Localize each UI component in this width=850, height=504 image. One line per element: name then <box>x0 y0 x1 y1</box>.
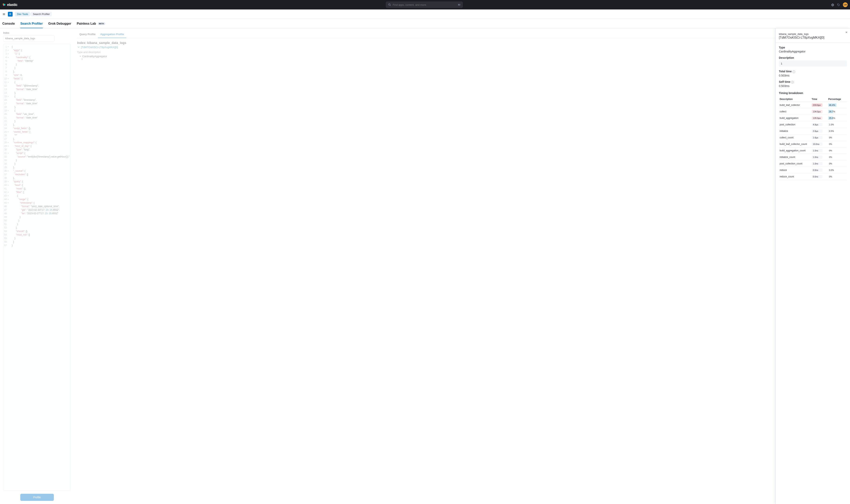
code-line[interactable]: "should": [], <box>12 230 69 233</box>
svg-point-3 <box>388 4 390 5</box>
timing-time: 2.6µs <box>811 128 828 134</box>
gutter-line: 10▾ <box>4 77 9 80</box>
code-line[interactable]: "runtime_mappings": { <box>12 141 69 144</box>
code-line[interactable]: ], <box>12 123 69 127</box>
timing-row: post_collection 4.9µs 1.0% <box>779 122 847 128</box>
code-line[interactable]: }, <box>12 105 69 109</box>
timing-time: 1.0ns <box>811 154 828 160</box>
gutter-line: 9 <box>4 73 9 77</box>
code-line[interactable]: "_source": { <box>12 169 69 173</box>
code-line[interactable]: "size": 0, <box>12 73 69 77</box>
code-line[interactable]: "format": "date_time" <box>12 116 69 120</box>
tab-grok-debugger[interactable]: Grok Debugger <box>48 19 71 28</box>
code-line[interactable]: "script_fields": {}, <box>12 127 69 130</box>
code-line[interactable]: ], <box>12 226 69 230</box>
gutter-line: 14 <box>4 91 9 95</box>
code-line[interactable]: "fields": [ <box>12 77 69 80</box>
timing-desc: initialize_count <box>779 154 811 160</box>
gutter-line: 54 <box>4 233 9 236</box>
code-line[interactable]: } <box>12 240 69 244</box>
gutter-line: 47 <box>4 208 9 212</box>
code-line[interactable]: "format": "strict_date_optional_time", <box>12 204 69 208</box>
code-line[interactable]: "hour_of_day": { <box>12 144 69 148</box>
code-line[interactable]: "field": "timestamp", <box>12 98 69 102</box>
code-line[interactable]: "*" <box>12 133 69 137</box>
timing-row: reduce_count 0.0ns 0% <box>779 174 847 180</box>
code-line[interactable]: "format": "date_time" <box>12 102 69 105</box>
code-line[interactable]: "lte": "2023-02-27T17: 23: 25.855Z" <box>12 212 69 215</box>
user-avatar[interactable]: CR <box>843 2 848 7</box>
shard-link[interactable]: [TdM7OsKlSCi-LT8pXvgMKA][0] <box>77 46 847 49</box>
code-line[interactable]: } <box>12 222 69 226</box>
code-line[interactable]: "1": { <box>12 52 69 56</box>
code-line[interactable]: }, <box>12 70 69 73</box>
profile-button[interactable]: Profile <box>20 494 54 501</box>
tab-search-profiler[interactable]: Search Profiler <box>20 19 43 28</box>
query-editor[interactable]: 1▾2▾3▾4▾5678910▾11▾12131415▾16171819▾202… <box>3 44 71 491</box>
code-line[interactable]: "source": "emit(doc['timestamp'].value.g… <box>12 155 69 159</box>
code-line[interactable]: "field": "@timestamp", <box>12 84 69 88</box>
code-line[interactable]: "query": { <box>12 180 69 183</box>
code-line[interactable]: "must": [], <box>12 187 69 191</box>
code-line[interactable]: "stored_fields": [ <box>12 130 69 133</box>
info-icon[interactable]: i <box>791 81 794 84</box>
code-line[interactable]: "filter": [ <box>12 191 69 194</box>
tab-console[interactable]: Console <box>2 19 15 28</box>
code-line[interactable]: "gte": "2023-02-20T17: 23: 25.855Z", <box>12 208 69 212</box>
code-line[interactable]: { <box>12 194 69 198</box>
code-line[interactable]: "field": "clientip" <box>12 59 69 63</box>
code-line[interactable]: "field": "utc_time", <box>12 112 69 116</box>
code-line[interactable]: "bool": { <box>12 183 69 187</box>
timing-desc: post_collection <box>779 122 811 128</box>
tab-query-profile[interactable]: Query Profile <box>77 31 98 38</box>
code-line[interactable]: "script": { <box>12 151 69 155</box>
code-line[interactable]: { <box>12 80 69 84</box>
code-line[interactable]: "excludes": [] <box>12 173 69 176</box>
global-search[interactable]: ⌘/ <box>386 2 463 8</box>
type-desc-header: Type and description <box>77 51 847 54</box>
newsfeed-icon[interactable] <box>837 3 840 6</box>
code-line[interactable]: } <box>12 120 69 123</box>
type-value: CardinalityAggregator <box>779 50 847 53</box>
tab-aggregation-profile[interactable]: Aggregation Profile <box>98 31 127 38</box>
timing-desc: build_aggregation <box>779 115 811 122</box>
code-line[interactable]: } <box>12 219 69 222</box>
devtools-tabs: Console Search Profiler Grok Debugger Pa… <box>0 19 850 29</box>
type-label: Type <box>779 46 847 49</box>
breadcrumb-devtools[interactable]: Dev Tools <box>15 12 31 16</box>
code-line[interactable]: "format": "date_time" <box>12 88 69 91</box>
globe-icon[interactable] <box>831 3 834 6</box>
timing-desc: post_collection_count <box>779 160 811 167</box>
tab-painless-lab[interactable]: Painless Lab BETA <box>77 19 105 28</box>
code-line[interactable]: { <box>12 95 69 98</box>
code-line[interactable]: } <box>12 63 69 66</box>
code-line[interactable]: "type": "long", <box>12 148 69 151</box>
code-line[interactable]: } <box>12 66 69 70</box>
code-line[interactable]: "must_not": [] <box>12 233 69 236</box>
info-icon[interactable]: i <box>793 70 795 73</box>
code-line[interactable]: "aggs": { <box>12 49 69 52</box>
code-line[interactable]: { <box>12 109 69 112</box>
code-line[interactable]: "cardinality": { <box>12 56 69 59</box>
code-line[interactable]: }, <box>12 91 69 95</box>
timing-row: collect_count 1.6µs 0% <box>779 134 847 141</box>
code-line[interactable]: } <box>12 215 69 219</box>
code-line[interactable]: } <box>12 244 69 247</box>
nav-toggle-icon[interactable] <box>2 13 5 16</box>
close-icon[interactable]: ✕ <box>845 31 848 34</box>
code-line[interactable]: } <box>12 159 69 162</box>
aggregator-item[interactable]: CardinalityAggregator <box>80 55 847 58</box>
index-input[interactable] <box>3 35 54 41</box>
code-line[interactable]: { <box>12 45 69 49</box>
gutter-line: 42▾ <box>4 191 9 194</box>
code-line[interactable]: }, <box>12 176 69 180</box>
code-line[interactable]: ], <box>12 137 69 141</box>
gutter-line: 46 <box>4 204 9 208</box>
global-search-input[interactable] <box>393 3 458 6</box>
code-line[interactable]: "timestamp": { <box>12 201 69 204</box>
code-line[interactable]: } <box>12 162 69 166</box>
code-line[interactable]: } <box>12 236 69 240</box>
code-line[interactable]: }, <box>12 166 69 169</box>
code-line[interactable]: "range": { <box>12 198 69 201</box>
space-badge[interactable]: D <box>8 12 13 17</box>
